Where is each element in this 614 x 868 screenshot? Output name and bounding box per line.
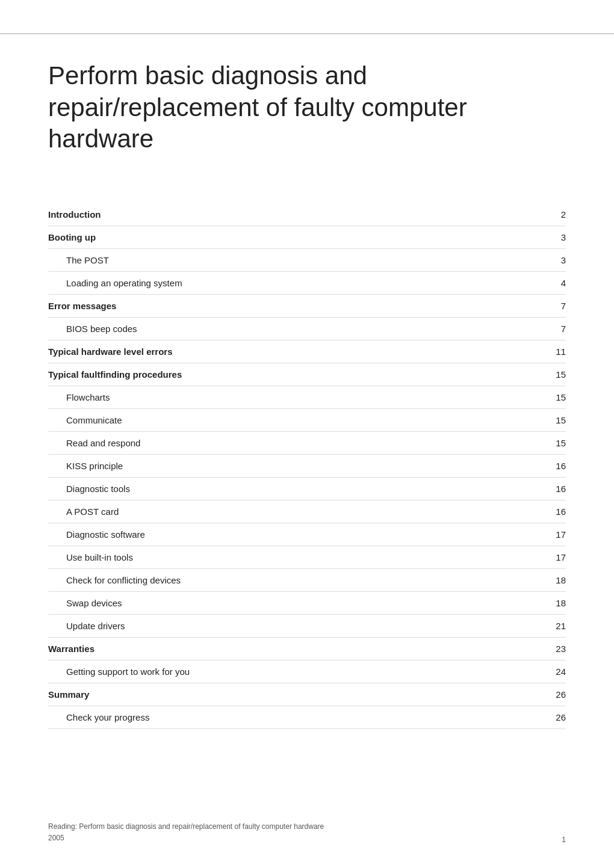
toc-label: Summary [48,683,491,706]
toc-row: Update drivers21 [48,614,566,637]
toc-page-number: 16 [491,454,566,477]
toc-label: BIOS beep codes [48,317,491,340]
toc-row: Loading an operating system4 [48,271,566,294]
toc-page-number: 18 [491,591,566,614]
toc-label: Use built-in tools [48,546,491,568]
toc-row: The POST3 [48,248,566,271]
toc-page-number: 18 [491,568,566,591]
toc-row: Introduction2 [48,203,566,226]
toc-label: Diagnostic tools [48,477,491,500]
toc-page-number: 17 [491,546,566,568]
toc-row: Diagnostic software17 [48,523,566,546]
toc-label: Read and respond [48,431,491,454]
toc-table: Introduction2Booting up3The POST3Loading… [48,203,566,729]
toc-row: A POST card16 [48,500,566,523]
page-container: Perform basic diagnosis and repair/repla… [0,0,614,868]
toc-label: Update drivers [48,614,491,637]
toc-row: Booting up3 [48,226,566,248]
toc-row: Read and respond15 [48,431,566,454]
toc-section: Introduction2Booting up3The POST3Loading… [0,203,614,729]
top-border-line [0,33,614,34]
toc-label: Error messages [48,294,491,317]
toc-row: Getting support to work for you24 [48,660,566,683]
toc-page-number: 21 [491,614,566,637]
toc-label: Check your progress [48,706,491,728]
toc-page-number: 26 [491,683,566,706]
toc-label: KISS principle [48,454,491,477]
toc-page-number: 24 [491,660,566,683]
toc-page-number: 26 [491,706,566,728]
toc-row: Diagnostic tools16 [48,477,566,500]
toc-row: Warranties23 [48,637,566,660]
toc-row: Summary26 [48,683,566,706]
toc-row: Check your progress26 [48,706,566,728]
toc-label: Swap devices [48,591,491,614]
toc-page-number: 7 [491,317,566,340]
toc-page-number: 4 [491,271,566,294]
toc-label: A POST card [48,500,491,523]
footer-line2: 2005 [48,834,64,842]
toc-page-number: 3 [491,226,566,248]
toc-label: Warranties [48,637,491,660]
page-title: Perform basic diagnosis and repair/repla… [48,60,566,155]
footer-text: Reading: Perform basic diagnosis and rep… [48,821,566,844]
toc-label: Check for conflicting devices [48,568,491,591]
header-section: Perform basic diagnosis and repair/repla… [0,0,614,155]
toc-row: Communicate15 [48,408,566,431]
toc-page-number: 7 [491,294,566,317]
toc-label: Getting support to work for you [48,660,491,683]
toc-label: Diagnostic software [48,523,491,546]
toc-label: Booting up [48,226,491,248]
toc-page-number: 23 [491,637,566,660]
toc-row: KISS principle16 [48,454,566,477]
toc-page-number: 15 [491,363,566,386]
toc-page-number: 15 [491,408,566,431]
toc-page-number: 3 [491,248,566,271]
toc-row: Typical faultfinding procedures15 [48,363,566,386]
toc-label: Typical hardware level errors [48,340,491,363]
toc-row: Flowcharts15 [48,386,566,408]
toc-label: Introduction [48,203,491,226]
footer-line1: Reading: Perform basic diagnosis and rep… [48,822,324,831]
toc-label: Flowcharts [48,386,491,408]
toc-label: Communicate [48,408,491,431]
toc-page-number: 2 [491,203,566,226]
toc-page-number: 11 [491,340,566,363]
toc-row: Check for conflicting devices18 [48,568,566,591]
toc-page-number: 16 [491,500,566,523]
toc-page-number: 17 [491,523,566,546]
toc-label: Typical faultfinding procedures [48,363,491,386]
toc-page-number: 16 [491,477,566,500]
toc-page-number: 15 [491,386,566,408]
toc-row: Use built-in tools17 [48,546,566,568]
footer-page-number: 1 [562,836,566,844]
toc-label: Loading an operating system [48,271,491,294]
toc-row: Typical hardware level errors11 [48,340,566,363]
toc-label: The POST [48,248,491,271]
toc-row: Swap devices18 [48,591,566,614]
toc-row: BIOS beep codes7 [48,317,566,340]
toc-row: Error messages7 [48,294,566,317]
toc-page-number: 15 [491,431,566,454]
footer-section: Reading: Perform basic diagnosis and rep… [48,821,566,844]
